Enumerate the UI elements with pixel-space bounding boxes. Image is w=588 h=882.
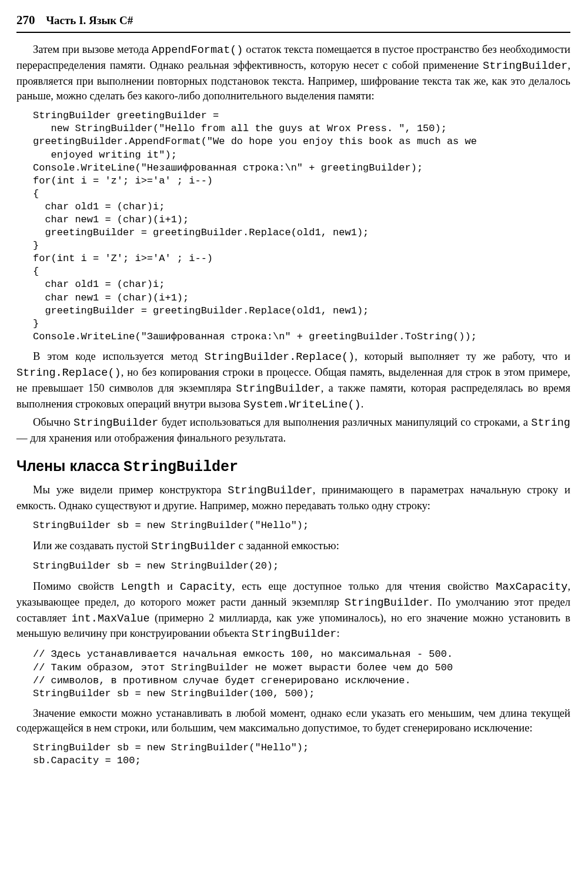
- code-listing: StringBuilder sb = new StringBuilder("He…: [33, 519, 570, 532]
- inline-code: StringBuilder: [483, 60, 567, 72]
- body-paragraph: В этом коде используется метод StringBui…: [16, 349, 570, 413]
- inline-code: StringBuilder: [228, 485, 312, 497]
- inline-code: Length: [121, 581, 161, 593]
- inline-code: MaxCapacity: [496, 581, 567, 593]
- inline-code: String.Replace(): [16, 367, 121, 379]
- inline-code: Capacity: [180, 581, 232, 593]
- body-paragraph: Обычно StringBuilder будет использоватьс…: [16, 415, 570, 446]
- inline-code: String: [531, 417, 570, 429]
- body-paragraph: Помимо свойств Length и Capacity, есть е…: [16, 579, 570, 643]
- inline-code: StringBuilder: [123, 459, 238, 476]
- section-heading: Члены класса StringBuilder: [16, 456, 570, 477]
- page-number: 270: [16, 12, 35, 28]
- inline-code: StringBuilder: [151, 540, 236, 553]
- body-paragraph: Затем при вызове метода AppendFormat() о…: [16, 42, 570, 103]
- inline-code: StringBuilder: [236, 383, 320, 395]
- inline-code: int.MaxValue: [72, 613, 150, 625]
- code-listing: StringBuilder greetingBuilder = new Stri…: [33, 109, 570, 343]
- inline-code: StringBuilder: [345, 597, 429, 609]
- page-content: 270 Часть I. Язык C# Затем при вызове ме…: [0, 0, 588, 785]
- inline-code: StringBuilder: [252, 628, 336, 640]
- body-paragraph: Мы уже видели пример конструктора String…: [16, 483, 570, 513]
- inline-code: AppendFormat(): [152, 44, 243, 56]
- body-paragraph: Значение емкости можно устанавливать в л…: [16, 706, 570, 736]
- part-title: Часть I. Язык C#: [46, 14, 133, 26]
- page-header: 270 Часть I. Язык C#: [16, 12, 570, 33]
- body-paragraph: Или же создавать пустой StringBuilder с …: [16, 539, 570, 554]
- code-listing: StringBuilder sb = new StringBuilder(20)…: [33, 560, 570, 573]
- code-listing: StringBuilder sb = new StringBuilder("He…: [33, 741, 570, 767]
- inline-code: StringBuilder: [74, 417, 158, 429]
- inline-code: StringBuilder.Replace(): [205, 351, 355, 363]
- code-listing: // Здесь устанавливается начальная емкос…: [33, 648, 570, 700]
- inline-code: System.WriteLine(): [243, 399, 361, 411]
